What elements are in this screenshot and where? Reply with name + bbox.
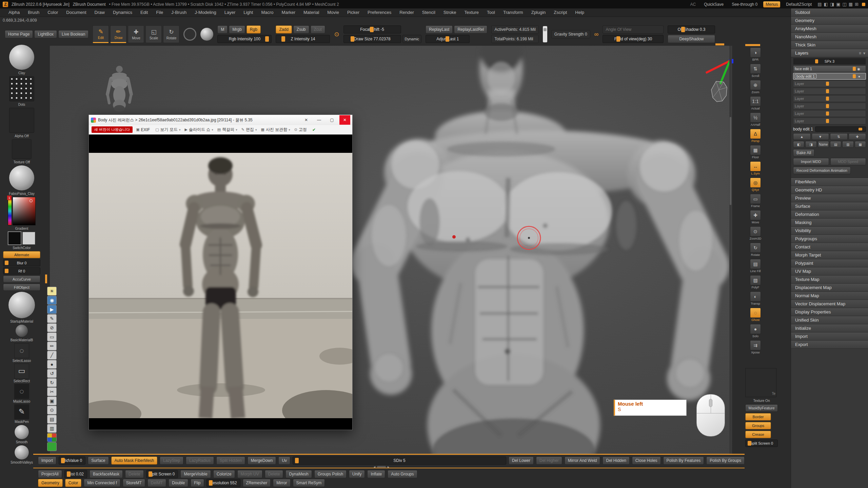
layer-intensity-slider[interactable]: [815, 126, 866, 132]
mode-button[interactable]: ✚Move: [128, 25, 144, 43]
menu-item[interactable]: Help: [571, 8, 588, 17]
minimize-button[interactable]: —: [314, 115, 324, 125]
undo-icon[interactable]: ↺: [47, 369, 57, 378]
AAHalf[interactable]: ½ AAHalf: [750, 113, 761, 128]
bottom-button[interactable]: Inflate: [367, 470, 385, 478]
layer-row[interactable]: Layer: [793, 110, 866, 117]
sculpt-mode-button[interactable]: Zadd: [276, 25, 292, 34]
tape-icon[interactable]: ▭: [47, 332, 57, 341]
color-picker[interactable]: 1: [8, 197, 36, 225]
mdd-speed-button[interactable]: MDD Speed: [830, 158, 866, 165]
redo-icon[interactable]: ↻: [47, 378, 57, 387]
photo-viewer-window[interactable]: Body 사진 레퍼런스 > 26e1c1eef58ae9ab0122abd39…: [88, 115, 353, 430]
layer-row[interactable]: face edit 1 ◉: [793, 65, 866, 72]
bottom-button[interactable]: LazyStep: [160, 456, 183, 465]
bottom-button[interactable]: Delete: [265, 470, 283, 478]
swatch-icon[interactable]: [47, 442, 57, 451]
photo-toolbar-item[interactable]: ✎ 편집 ▾: [241, 127, 257, 133]
bottom-button[interactable]: Polish By Groups: [706, 456, 745, 465]
bottom-button[interactable]: Unify: [349, 470, 365, 478]
menu-item[interactable]: J-Brush: [167, 8, 190, 17]
menu-item[interactable]: Layer: [221, 8, 239, 17]
cursor-icon[interactable]: ▶: [47, 305, 57, 314]
photo-window-titlebar[interactable]: Body 사진 레퍼런스 > 26e1c1eef58ae9ab0122abd39…: [89, 115, 352, 125]
photo-toolbar-item[interactable]: ▣ EXIF: [136, 127, 151, 132]
nav-button[interactable]: LightBox: [34, 30, 57, 38]
quick-tool-thumbnail[interactable]: ◌: [14, 384, 29, 399]
mask-off-icon[interactable]: ⊘: [47, 323, 57, 332]
monitor-icon[interactable]: ▣: [47, 396, 57, 405]
menu-item[interactable]: Color: [44, 8, 62, 17]
photo-toolbar-item[interactable]: ▤ 책갈피 ▾: [217, 127, 237, 133]
bottom-button[interactable]: SDiv 5: [293, 456, 506, 465]
z-intensity-slider[interactable]: Z Intensity 14: [276, 35, 330, 43]
deep-shadow-button[interactable]: DeepShadow: [668, 35, 715, 43]
bottom-button[interactable]: LazyRadius: [186, 456, 214, 465]
bottom-button[interactable]: ProjectAll: [38, 470, 62, 478]
photo-toolbar-item[interactable]: ▢ 보기 모드 ▾: [155, 127, 180, 133]
layer-control-button[interactable]: ◨: [805, 141, 816, 148]
visibility-icon[interactable]: ◉: [47, 296, 57, 305]
bottom-button[interactable]: DelMT: [147, 479, 166, 487]
Xpose[interactable]: ⇉ Xpose: [750, 340, 761, 356]
bottom-button[interactable]: Groups Polish: [314, 470, 347, 478]
panel-section[interactable]: Masking: [791, 219, 868, 227]
L.Sym[interactable]: ↔ L.Sym: [750, 161, 761, 177]
bottom-button[interactable]: Delete: [125, 470, 144, 478]
Zoom[interactable]: ⊕ Zoom: [750, 80, 761, 96]
bottom-button[interactable]: Double: [169, 479, 188, 487]
Scroll[interactable]: ⇅ Scroll: [750, 64, 761, 79]
menu-item[interactable]: Light: [240, 8, 257, 17]
Frame[interactable]: ▭ Frame: [750, 194, 761, 209]
menu-item[interactable]: Brush: [24, 8, 43, 17]
groups-button[interactable]: Groups: [745, 422, 771, 429]
bottom-button[interactable]: Geometry: [38, 479, 63, 487]
divider-slider[interactable]: [543, 26, 547, 42]
rgb-intensity-slider[interactable]: Rgb Intensity 100: [217, 35, 272, 43]
layer-mode-icon[interactable]: ◉: [857, 67, 860, 71]
bake-all-button[interactable]: Bake All: [793, 149, 814, 157]
Solo[interactable]: ● Solo: [750, 324, 761, 340]
palette-icon[interactable]: [47, 433, 57, 442]
panel-section[interactable]: Texture Map: [791, 276, 868, 284]
material-thumbnail[interactable]: [9, 165, 34, 190]
menu-item[interactable]: Texture: [460, 8, 482, 17]
panel-section[interactable]: Import: [791, 332, 868, 341]
quick-tool-thumbnail[interactable]: ▭: [14, 364, 29, 379]
menu-item[interactable]: Alpha: [5, 8, 23, 17]
Ghost[interactable]: ◌ Ghost: [750, 308, 761, 323]
layer-control-button[interactable]: ▦: [855, 141, 866, 148]
menu-item[interactable]: Zplugin: [528, 8, 550, 17]
clipboard-icon[interactable]: ▥: [47, 424, 57, 433]
panel-section[interactable]: Export: [791, 341, 868, 349]
replay-last-rel-button[interactable]: ReplayLastRel: [454, 25, 487, 34]
menu-item[interactable]: J-Modeling: [191, 8, 220, 17]
bottom-button[interactable]: Split Screen 0: [146, 470, 178, 478]
light-icon[interactable]: ☀: [47, 287, 57, 296]
bottom-button[interactable]: Auto Groups: [388, 470, 417, 478]
menu-item[interactable]: Preferences: [364, 8, 395, 17]
bottom-button[interactable]: Split Hidden: [216, 456, 245, 465]
ruler-icon[interactable]: ╱: [47, 351, 57, 360]
material-preview-icon[interactable]: [200, 28, 213, 41]
panel-section[interactable]: Surface: [791, 202, 868, 210]
layer-control-button[interactable]: ▥: [842, 141, 853, 148]
focal-shift-slider[interactable]: Focal Shift -5: [343, 25, 401, 34]
layer-control-button[interactable]: ▼: [812, 133, 829, 140]
bottom-button[interactable]: StoreMT: [123, 479, 145, 487]
bottom-button[interactable]: Del Hidden: [603, 456, 629, 465]
brush-icon[interactable]: ✎: [47, 314, 57, 323]
layer-control-button[interactable]: ▲: [793, 133, 811, 140]
layer-row[interactable]: Layer: [793, 118, 866, 124]
panel-section[interactable]: UV Map: [791, 267, 868, 276]
Line Fill[interactable]: ▤ Line Fill: [750, 259, 761, 274]
layer-row[interactable]: Layer: [793, 95, 866, 102]
quick-tool-thumbnail[interactable]: ◌: [14, 343, 29, 358]
layer-mode-icon[interactable]: ●: [858, 75, 860, 78]
bottom-button[interactable]: MergeVisible: [180, 470, 211, 478]
photo-toolbar-item[interactable]: ⊙ 고정: [294, 127, 308, 133]
split-screen-slider[interactable]: Split Screen 0: [745, 440, 778, 447]
layout-icon[interactable]: ▣: [836, 2, 840, 7]
bottom-button[interactable]: Smart ReSym: [293, 479, 325, 487]
menu-item[interactable]: Edit: [137, 8, 152, 17]
